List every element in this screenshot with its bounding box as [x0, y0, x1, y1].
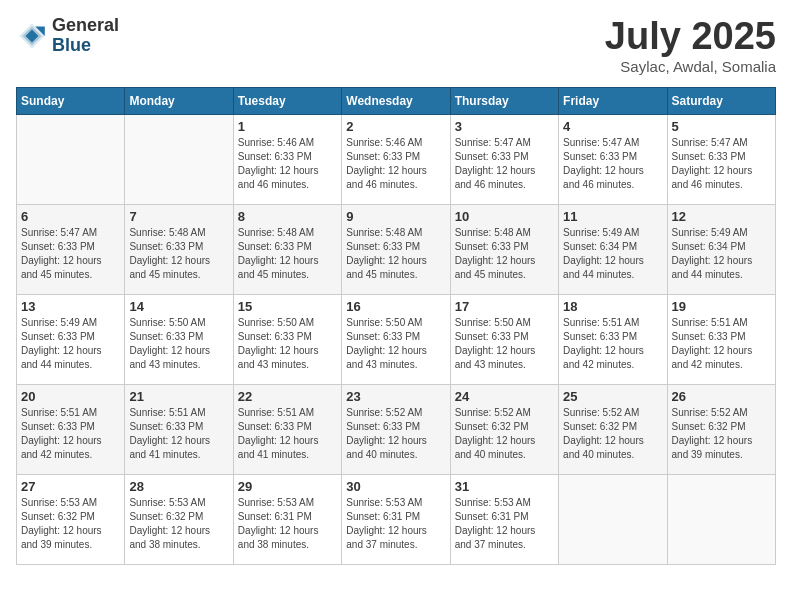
day-number: 19: [672, 299, 771, 314]
day-number: 25: [563, 389, 662, 404]
calendar-cell: 10Sunrise: 5:48 AM Sunset: 6:33 PM Dayli…: [450, 204, 558, 294]
day-number: 30: [346, 479, 445, 494]
calendar-cell: 31Sunrise: 5:53 AM Sunset: 6:31 PM Dayli…: [450, 474, 558, 564]
col-wednesday: Wednesday: [342, 87, 450, 114]
calendar-cell: 5Sunrise: 5:47 AM Sunset: 6:33 PM Daylig…: [667, 114, 775, 204]
calendar-cell: 9Sunrise: 5:48 AM Sunset: 6:33 PM Daylig…: [342, 204, 450, 294]
logo-blue: Blue: [52, 36, 119, 56]
calendar-cell: 16Sunrise: 5:50 AM Sunset: 6:33 PM Dayli…: [342, 294, 450, 384]
calendar-cell: 14Sunrise: 5:50 AM Sunset: 6:33 PM Dayli…: [125, 294, 233, 384]
page-header: General Blue July 2025 Saylac, Awdal, So…: [16, 16, 776, 75]
day-detail: Sunrise: 5:53 AM Sunset: 6:31 PM Dayligh…: [346, 496, 445, 552]
col-tuesday: Tuesday: [233, 87, 341, 114]
day-number: 14: [129, 299, 228, 314]
day-number: 1: [238, 119, 337, 134]
calendar-cell: 8Sunrise: 5:48 AM Sunset: 6:33 PM Daylig…: [233, 204, 341, 294]
calendar-cell: 23Sunrise: 5:52 AM Sunset: 6:33 PM Dayli…: [342, 384, 450, 474]
calendar-cell: 28Sunrise: 5:53 AM Sunset: 6:32 PM Dayli…: [125, 474, 233, 564]
logo-icon: [16, 20, 48, 52]
day-number: 26: [672, 389, 771, 404]
day-detail: Sunrise: 5:48 AM Sunset: 6:33 PM Dayligh…: [455, 226, 554, 282]
calendar-week-4: 20Sunrise: 5:51 AM Sunset: 6:33 PM Dayli…: [17, 384, 776, 474]
calendar-cell: 19Sunrise: 5:51 AM Sunset: 6:33 PM Dayli…: [667, 294, 775, 384]
calendar-cell: 29Sunrise: 5:53 AM Sunset: 6:31 PM Dayli…: [233, 474, 341, 564]
col-thursday: Thursday: [450, 87, 558, 114]
day-number: 4: [563, 119, 662, 134]
day-number: 12: [672, 209, 771, 224]
calendar-cell: 4Sunrise: 5:47 AM Sunset: 6:33 PM Daylig…: [559, 114, 667, 204]
day-detail: Sunrise: 5:48 AM Sunset: 6:33 PM Dayligh…: [346, 226, 445, 282]
calendar-cell: 22Sunrise: 5:51 AM Sunset: 6:33 PM Dayli…: [233, 384, 341, 474]
calendar-cell: [559, 474, 667, 564]
day-number: 17: [455, 299, 554, 314]
day-number: 9: [346, 209, 445, 224]
location: Saylac, Awdal, Somalia: [605, 58, 776, 75]
day-detail: Sunrise: 5:49 AM Sunset: 6:33 PM Dayligh…: [21, 316, 120, 372]
day-detail: Sunrise: 5:51 AM Sunset: 6:33 PM Dayligh…: [672, 316, 771, 372]
calendar-week-2: 6Sunrise: 5:47 AM Sunset: 6:33 PM Daylig…: [17, 204, 776, 294]
day-number: 6: [21, 209, 120, 224]
calendar-cell: [667, 474, 775, 564]
day-number: 22: [238, 389, 337, 404]
day-number: 31: [455, 479, 554, 494]
calendar-cell: 12Sunrise: 5:49 AM Sunset: 6:34 PM Dayli…: [667, 204, 775, 294]
day-number: 20: [21, 389, 120, 404]
calendar-week-5: 27Sunrise: 5:53 AM Sunset: 6:32 PM Dayli…: [17, 474, 776, 564]
calendar-cell: 6Sunrise: 5:47 AM Sunset: 6:33 PM Daylig…: [17, 204, 125, 294]
col-sunday: Sunday: [17, 87, 125, 114]
day-number: 13: [21, 299, 120, 314]
day-number: 5: [672, 119, 771, 134]
day-detail: Sunrise: 5:47 AM Sunset: 6:33 PM Dayligh…: [21, 226, 120, 282]
day-detail: Sunrise: 5:53 AM Sunset: 6:32 PM Dayligh…: [129, 496, 228, 552]
day-detail: Sunrise: 5:51 AM Sunset: 6:33 PM Dayligh…: [21, 406, 120, 462]
day-detail: Sunrise: 5:50 AM Sunset: 6:33 PM Dayligh…: [129, 316, 228, 372]
day-number: 29: [238, 479, 337, 494]
day-detail: Sunrise: 5:51 AM Sunset: 6:33 PM Dayligh…: [238, 406, 337, 462]
day-number: 23: [346, 389, 445, 404]
calendar-cell: 24Sunrise: 5:52 AM Sunset: 6:32 PM Dayli…: [450, 384, 558, 474]
day-detail: Sunrise: 5:52 AM Sunset: 6:33 PM Dayligh…: [346, 406, 445, 462]
day-number: 8: [238, 209, 337, 224]
day-number: 21: [129, 389, 228, 404]
col-monday: Monday: [125, 87, 233, 114]
day-detail: Sunrise: 5:50 AM Sunset: 6:33 PM Dayligh…: [346, 316, 445, 372]
calendar-cell: 7Sunrise: 5:48 AM Sunset: 6:33 PM Daylig…: [125, 204, 233, 294]
day-detail: Sunrise: 5:49 AM Sunset: 6:34 PM Dayligh…: [672, 226, 771, 282]
calendar-table: Sunday Monday Tuesday Wednesday Thursday…: [16, 87, 776, 565]
day-number: 2: [346, 119, 445, 134]
day-detail: Sunrise: 5:52 AM Sunset: 6:32 PM Dayligh…: [455, 406, 554, 462]
month-title: July 2025: [605, 16, 776, 58]
header-row: Sunday Monday Tuesday Wednesday Thursday…: [17, 87, 776, 114]
day-detail: Sunrise: 5:47 AM Sunset: 6:33 PM Dayligh…: [563, 136, 662, 192]
day-number: 11: [563, 209, 662, 224]
day-detail: Sunrise: 5:47 AM Sunset: 6:33 PM Dayligh…: [455, 136, 554, 192]
day-detail: Sunrise: 5:51 AM Sunset: 6:33 PM Dayligh…: [563, 316, 662, 372]
calendar-cell: 25Sunrise: 5:52 AM Sunset: 6:32 PM Dayli…: [559, 384, 667, 474]
day-number: 24: [455, 389, 554, 404]
calendar-cell: 17Sunrise: 5:50 AM Sunset: 6:33 PM Dayli…: [450, 294, 558, 384]
calendar-cell: 11Sunrise: 5:49 AM Sunset: 6:34 PM Dayli…: [559, 204, 667, 294]
day-detail: Sunrise: 5:48 AM Sunset: 6:33 PM Dayligh…: [129, 226, 228, 282]
day-detail: Sunrise: 5:46 AM Sunset: 6:33 PM Dayligh…: [238, 136, 337, 192]
calendar-cell: 1Sunrise: 5:46 AM Sunset: 6:33 PM Daylig…: [233, 114, 341, 204]
calendar-week-3: 13Sunrise: 5:49 AM Sunset: 6:33 PM Dayli…: [17, 294, 776, 384]
col-friday: Friday: [559, 87, 667, 114]
day-detail: Sunrise: 5:50 AM Sunset: 6:33 PM Dayligh…: [238, 316, 337, 372]
calendar-cell: 27Sunrise: 5:53 AM Sunset: 6:32 PM Dayli…: [17, 474, 125, 564]
calendar-week-1: 1Sunrise: 5:46 AM Sunset: 6:33 PM Daylig…: [17, 114, 776, 204]
day-detail: Sunrise: 5:53 AM Sunset: 6:31 PM Dayligh…: [455, 496, 554, 552]
day-detail: Sunrise: 5:52 AM Sunset: 6:32 PM Dayligh…: [563, 406, 662, 462]
day-detail: Sunrise: 5:53 AM Sunset: 6:32 PM Dayligh…: [21, 496, 120, 552]
calendar-cell: 20Sunrise: 5:51 AM Sunset: 6:33 PM Dayli…: [17, 384, 125, 474]
day-detail: Sunrise: 5:51 AM Sunset: 6:33 PM Dayligh…: [129, 406, 228, 462]
day-detail: Sunrise: 5:48 AM Sunset: 6:33 PM Dayligh…: [238, 226, 337, 282]
day-detail: Sunrise: 5:52 AM Sunset: 6:32 PM Dayligh…: [672, 406, 771, 462]
calendar-cell: [125, 114, 233, 204]
calendar-cell: 13Sunrise: 5:49 AM Sunset: 6:33 PM Dayli…: [17, 294, 125, 384]
calendar-cell: [17, 114, 125, 204]
logo: General Blue: [16, 16, 119, 56]
calendar-cell: 30Sunrise: 5:53 AM Sunset: 6:31 PM Dayli…: [342, 474, 450, 564]
calendar-cell: 3Sunrise: 5:47 AM Sunset: 6:33 PM Daylig…: [450, 114, 558, 204]
col-saturday: Saturday: [667, 87, 775, 114]
calendar-cell: 26Sunrise: 5:52 AM Sunset: 6:32 PM Dayli…: [667, 384, 775, 474]
